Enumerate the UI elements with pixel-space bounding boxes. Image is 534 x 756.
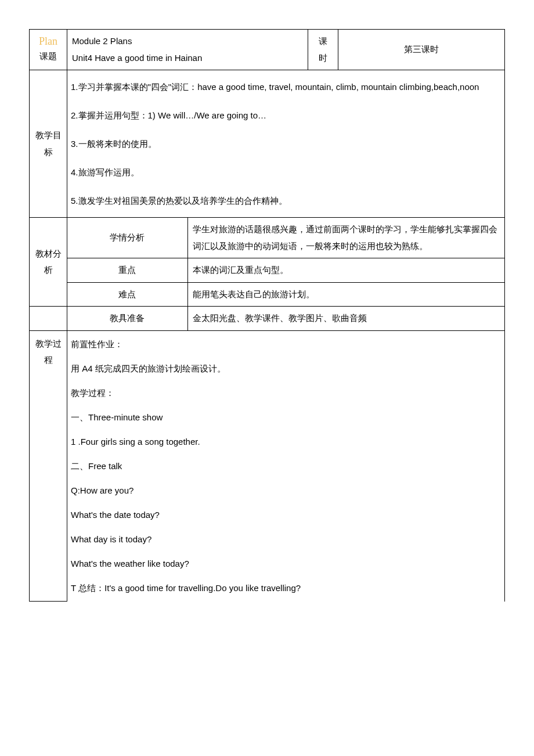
lesson-plan-table: Plan 课题 Module 2 Plans Unit4 Have a good… [29,29,505,602]
period-label-1: 课 [313,33,333,50]
tools-text: 金太阳光盘、教学课件、教学图片、歌曲音频 [193,313,367,323]
process-label: 教学过程 [35,339,62,365]
analysis-row: 教材分析 学情分析 学生对旅游的话题很感兴趣，通过前面两个课时的学习，学生能够扎… [30,218,505,258]
goals-label: 教学目标 [35,130,62,157]
analysis-sub-cell: 重点 [67,258,188,283]
unit-line: Unit4 Have a good time in Hainan [72,50,303,67]
analysis-sub-cell: 难点 [67,282,188,307]
analysis-sub: 重点 [118,265,136,275]
analysis-sub-cell: 学情分析 [67,218,188,258]
goals-content-cell: 1.学习并掌握本课的"四会"词汇：have a good time, trave… [67,70,505,218]
analysis-label-cell: 教材分析 [30,218,67,307]
analysis-sub: 学情分析 [110,232,145,242]
goals-row: 教学目标 1.学习并掌握本课的"四会"词汇：have a good time, … [30,70,505,218]
process-line: What's the date today? [71,503,501,527]
process-label-cell: 教学过程 [30,330,67,602]
goal-item: 2.掌握并运用句型：1) We will…/We are going to… [71,101,501,129]
tools-sub-cell: 教具准备 [67,307,188,331]
header-row: Plan 课题 Module 2 Plans Unit4 Have a good… [30,30,505,70]
analysis-text-cell: 本课的词汇及重点句型。 [187,258,505,283]
process-line: 教学过程： [71,381,501,405]
process-line: 1 .Four girls sing a song together. [71,430,501,454]
tools-text-cell: 金太阳光盘、教学课件、教学图片、歌曲音频 [187,307,505,331]
goal-item: 1.学习并掌握本课的"四会"词汇：have a good time, trave… [71,73,501,101]
process-line: What day is it today? [71,527,501,552]
process-line: 二、Free talk [71,454,501,478]
goal-item: 5.激发学生对祖国美景的热爱以及培养学生的合作精神。 [71,186,501,215]
topic-label-cell: Plan 课题 [30,30,67,70]
analysis-text-cell: 能用笔头表达自己的旅游计划。 [187,282,505,307]
goal-item: 3.一般将来时的使用。 [71,129,501,158]
goal-item: 4.旅游写作运用。 [71,158,501,186]
plan-watermark: Plan [34,35,62,48]
process-line: What's the weather like today? [71,552,501,576]
process-content-cell: 前置性作业： 用 A4 纸完成四天的旅游计划绘画设计。 教学过程： 一、Thre… [67,330,505,602]
module-line: Module 2 Plans [72,33,303,50]
goals-label-cell: 教学目标 [30,70,67,218]
analysis-text: 本课的词汇及重点句型。 [193,265,288,275]
process-line: Q:How are you? [71,478,501,503]
period-value: 第三课时 [404,44,439,54]
topic-value-cell: Module 2 Plans Unit4 Have a good time in… [67,30,308,70]
analysis-text: 能用笔头表达自己的旅游计划。 [193,289,315,299]
process-line: 用 A4 纸完成四天的旅游计划绘画设计。 [71,357,501,381]
process-line: 前置性作业： [71,332,501,357]
process-line: T 总结：It's a good time for travelling.Do … [71,576,501,600]
analysis-row: 重点 本课的词汇及重点句型。 [30,258,505,283]
period-label-2: 时 [313,50,333,67]
analysis-sub: 难点 [118,289,136,299]
process-row: 教学过程 前置性作业： 用 A4 纸完成四天的旅游计划绘画设计。 教学过程： 一… [30,330,505,602]
topic-label: 课题 [34,48,62,64]
tools-row: 教具准备 金太阳光盘、教学课件、教学图片、歌曲音频 [30,307,505,331]
analysis-row: 难点 能用笔头表达自己的旅游计划。 [30,282,505,307]
analysis-text: 学生对旅游的话题很感兴趣，通过前面两个课时的学习，学生能够扎实掌握四会词汇以及旅… [193,224,497,251]
period-value-cell: 第三课时 [338,30,505,70]
tools-empty-cell [30,307,67,331]
period-label-cell: 课 时 [308,30,338,70]
analysis-label: 教材分析 [35,249,62,275]
tools-sub: 教具准备 [110,313,145,323]
process-line: 一、Three-minute show [71,405,501,430]
analysis-text-cell: 学生对旅游的话题很感兴趣，通过前面两个课时的学习，学生能够扎实掌握四会词汇以及旅… [187,218,505,258]
